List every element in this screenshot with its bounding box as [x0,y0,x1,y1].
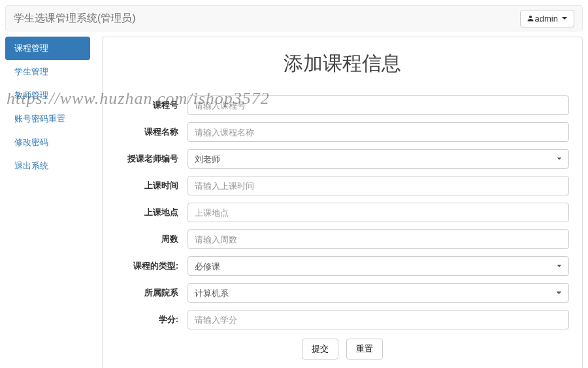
field-credit: 学分: [116,310,569,329]
user-menu-button[interactable]: admin [520,10,574,27]
sidebar-item-label: 退出系统 [5,154,90,178]
input-course-name[interactable] [188,122,569,142]
label-course-name: 课程名称 [116,126,188,138]
sidebar-item-logout[interactable]: 退出系统 [5,154,90,178]
navbar: 学生选课管理系统(管理员) admin [5,5,583,31]
sidebar-item-label: 教师管理 [5,84,90,107]
label-credit: 学分: [116,314,188,326]
sidebar: 课程管理 学生管理 教师管理 账号密码重置 修改密码 退出系统 [5,37,90,368]
label-course-no: 课程号 [116,99,188,111]
sidebar-item-teacher[interactable]: 教师管理 [5,84,90,107]
main-panel: 添加课程信息 课程号 课程名称 授课老师编号 刘老师 上课时间 上课地点 周数 [102,37,583,368]
user-icon [527,15,534,22]
label-college: 所属院系 [116,287,188,299]
label-weeks: 周数 [116,233,188,245]
submit-button[interactable]: 提交 [302,339,338,360]
sidebar-item-password[interactable]: 修改密码 [5,131,90,154]
button-row: 提交 重置 [116,339,569,360]
input-course-no[interactable] [188,95,569,115]
input-credit[interactable] [188,310,569,329]
input-class-place[interactable] [188,203,569,222]
sidebar-item-label: 学生管理 [5,60,90,84]
field-class-time: 上课时间 [116,176,569,195]
sidebar-item-label: 修改密码 [5,131,90,154]
label-course-type: 课程的类型: [116,260,188,272]
select-course-type[interactable]: 必修课 [188,256,569,276]
field-teacher: 授课老师编号 刘老师 [116,149,569,169]
caret-down-icon [562,17,567,20]
sidebar-item-label: 课程管理 [5,37,90,60]
field-weeks: 周数 [116,229,569,249]
field-course-type: 课程的类型: 必修课 [116,256,569,276]
input-class-time[interactable] [188,176,569,195]
select-teacher[interactable]: 刘老师 [188,149,569,169]
select-college[interactable]: 计算机系 [188,283,569,303]
input-weeks[interactable] [188,229,569,249]
sidebar-item-student[interactable]: 学生管理 [5,60,90,84]
field-course-no: 课程号 [116,95,569,115]
sidebar-item-label: 账号密码重置 [5,107,90,131]
field-college: 所属院系 计算机系 [116,283,569,303]
reset-button[interactable]: 重置 [346,339,383,360]
label-class-place: 上课地点 [116,207,188,218]
page-title: 添加课程信息 [116,50,569,77]
app-title: 学生选课管理系统(管理员) [14,12,136,25]
user-label: admin [535,14,558,24]
label-teacher: 授课老师编号 [116,153,188,165]
sidebar-item-reset[interactable]: 账号密码重置 [5,107,90,131]
label-class-time: 上课时间 [116,180,188,192]
field-class-place: 上课地点 [116,203,569,222]
sidebar-item-course[interactable]: 课程管理 [5,37,90,60]
field-course-name: 课程名称 [116,122,569,142]
